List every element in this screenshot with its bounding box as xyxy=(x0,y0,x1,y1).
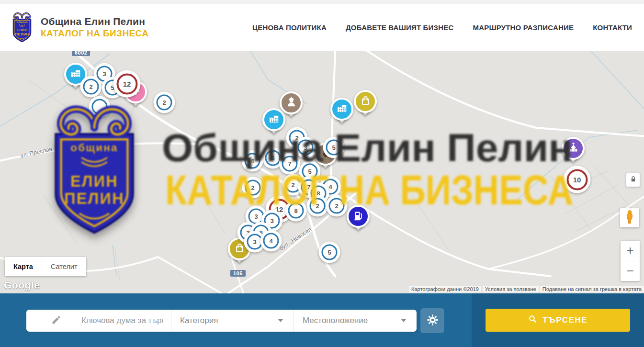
cluster-count: 12 xyxy=(116,73,137,94)
nav-item-contacts[interactable]: КОНТАКТИ xyxy=(593,23,632,32)
fuel-pin-marker[interactable] xyxy=(347,205,370,228)
cluster-count: 2 xyxy=(310,198,326,214)
nav-item-add-business[interactable]: ДОБАВЕТЕ ВАШИЯТ БИЗНЕС xyxy=(346,23,453,32)
report-map-error-link[interactable]: Подаване на сигнал за грешка в картата xyxy=(540,286,644,292)
page-top-strip xyxy=(0,0,644,4)
cluster-marker[interactable]: 4 xyxy=(242,150,263,172)
pegman-control[interactable] xyxy=(620,208,639,227)
site-subtitle: КАТАЛОГ НА БИЗНЕСА xyxy=(41,28,148,39)
cluster-marker[interactable]: 3 xyxy=(295,137,316,158)
cluster-count: 10 xyxy=(566,169,588,190)
map-type-satellite-button[interactable]: Сателит xyxy=(42,257,86,276)
map-type-control: Карта Сателит xyxy=(5,257,86,276)
factory-pin-marker[interactable] xyxy=(330,98,353,121)
cluster-marker[interactable]: 2 xyxy=(242,177,264,199)
map-attribution: Картографски данни ©2019 Условия за полз… xyxy=(409,286,644,292)
shopping-bag-icon xyxy=(234,242,246,256)
search-box: Категория Местоположение xyxy=(26,310,417,332)
cluster-count: 2 xyxy=(329,198,345,214)
cluster-count: 8 xyxy=(288,203,304,219)
lock-icon xyxy=(630,176,637,185)
cluster-marker[interactable]: 2 xyxy=(307,195,328,217)
crest-name-line2: ПЕЛИН xyxy=(15,32,29,36)
google-logo[interactable]: Google xyxy=(4,280,40,291)
search-button[interactable]: ТЪРСЕНЕ xyxy=(486,309,630,332)
location-select[interactable]: Местоположение xyxy=(294,310,417,332)
search-bar: Категория Местоположение ТЪРСЕНЕ xyxy=(0,293,644,347)
pegman-icon xyxy=(624,210,635,226)
cluster-marker[interactable]: 5 xyxy=(319,242,340,263)
worker-icon xyxy=(285,96,297,110)
site-header: общинаЕЛИНПЕЛИН Община Елин Пелин КАТАЛО… xyxy=(0,4,644,51)
search-bar-left: Категория Местоположение xyxy=(0,293,472,347)
crest-name-line1: ЕЛИН xyxy=(16,28,27,32)
church-pin-marker[interactable] xyxy=(562,137,585,160)
cluster-marker[interactable]: 12 xyxy=(113,70,141,98)
map-markers-layer: 32512223564752274822128333834510 xyxy=(0,51,644,293)
keyword-field-wrap xyxy=(26,310,171,332)
site-title: Община Елин Пелин xyxy=(41,16,148,27)
category-select[interactable]: Категория xyxy=(171,310,294,332)
cluster-marker[interactable]: 2 xyxy=(80,76,102,98)
shopping-bag-pin-marker[interactable] xyxy=(354,90,377,113)
cluster-count: 2 xyxy=(245,180,261,196)
shopping-bag-icon xyxy=(360,95,372,109)
nav-item-pricing[interactable]: ЦЕНОВА ПОЛИТИКА xyxy=(252,23,327,32)
factory-icon xyxy=(336,102,348,116)
cluster-marker[interactable]: 5 xyxy=(323,137,345,158)
cluster-count: 5 xyxy=(322,245,338,260)
factory-icon xyxy=(268,113,280,127)
cluster-count: 2 xyxy=(83,79,99,95)
google-map-canvas[interactable]: ул. Преславбул. „Новосел6002105 32512223… xyxy=(0,51,644,293)
site-logo[interactable]: общинаЕЛИНПЕЛИН Община Елин Пелин КАТАЛО… xyxy=(10,11,148,43)
chevron-down-icon xyxy=(401,319,406,322)
terms-of-use-link[interactable]: Условия за ползване xyxy=(483,286,539,292)
cluster-marker[interactable]: 7 xyxy=(279,153,301,175)
main-nav: ЦЕНОВА ПОЛИТИКА ДОБАВЕТЕ ВАШИЯТ БИЗНЕС М… xyxy=(252,23,632,32)
fuel-icon xyxy=(352,210,364,224)
gear-icon xyxy=(427,314,439,328)
municipality-crest-logo: общинаЕЛИНПЕЛИН xyxy=(10,11,34,43)
cluster-count: 3 xyxy=(298,140,314,156)
category-select-value: Категория xyxy=(180,316,218,325)
cluster-marker[interactable]: 4 xyxy=(260,230,282,252)
zoom-out-button[interactable]: − xyxy=(621,261,640,281)
cluster-marker[interactable]: 2 xyxy=(154,92,175,113)
search-button-label: ТЪРСЕНЕ xyxy=(542,315,588,325)
zoom-in-button[interactable]: + xyxy=(621,241,640,261)
zoom-control: + − xyxy=(621,241,640,281)
cluster-count: 5 xyxy=(326,140,342,156)
attribution-copyright: Картографски данни ©2019 xyxy=(409,286,481,292)
cluster-marker[interactable]: 8 xyxy=(285,200,307,222)
crest-top-text: община xyxy=(16,21,27,23)
cluster-marker[interactable]: 2 xyxy=(326,195,348,217)
search-icon xyxy=(528,314,537,326)
advanced-search-button[interactable] xyxy=(420,308,444,333)
map-type-map-button[interactable]: Карта xyxy=(5,257,42,276)
street-view-lock-button[interactable] xyxy=(626,173,640,187)
church-icon xyxy=(567,142,579,156)
factory-pin-marker[interactable] xyxy=(262,108,285,131)
cluster-count: 4 xyxy=(245,153,260,169)
pencil-icon xyxy=(51,315,61,327)
location-select-value: Местоположение xyxy=(303,316,368,325)
search-bar-right: ТЪРСЕНЕ xyxy=(472,293,644,347)
cluster-count xyxy=(92,99,108,115)
keyword-search-input[interactable] xyxy=(81,316,163,325)
cluster-marker[interactable] xyxy=(89,96,111,118)
chevron-down-icon xyxy=(278,319,283,322)
cluster-count: 4 xyxy=(263,233,279,249)
cluster-marker[interactable]: 10 xyxy=(564,166,591,193)
nav-item-route-schedule[interactable]: МАРШРУТНО РАЗПИСАНИЕ xyxy=(473,23,574,32)
cluster-count: 7 xyxy=(282,156,298,172)
factory-icon xyxy=(70,67,82,81)
cluster-count: 2 xyxy=(157,95,172,111)
